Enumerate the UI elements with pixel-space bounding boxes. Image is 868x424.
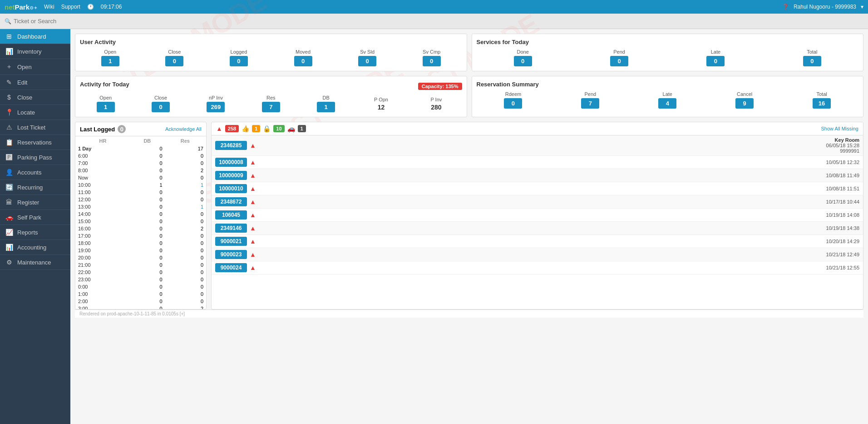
sidebar-item-register[interactable]: 🏛 Register	[0, 195, 70, 210]
res-cell: 0	[165, 153, 205, 159]
sidebar-item-self-park[interactable]: 🚗 Self Park	[0, 210, 70, 225]
stat-svsld: Sv Sld0	[337, 49, 398, 66]
res-cell: 2	[165, 225, 205, 232]
sidebar-item-reservations[interactable]: 📋 Reservations	[0, 135, 70, 150]
user-activity-title: User Activity	[80, 39, 462, 45]
col-hr: HR	[76, 137, 129, 145]
ticket-button[interactable]: 9000023	[215, 250, 247, 259]
svc-pend: Pend0	[573, 49, 666, 66]
sidebar-item-accounting[interactable]: 📊 Accounting	[0, 240, 70, 255]
res-cell: 0	[165, 284, 205, 290]
list-item: 10000008 ▲ 10/05/18 12:32	[212, 156, 863, 169]
sidebar-item-maintenance[interactable]: ⚙ Maintenance	[0, 255, 70, 270]
clock-icon: 🕐	[87, 4, 94, 10]
res-cell: 0	[165, 160, 205, 166]
hr-cell: 15:00	[76, 218, 129, 224]
alert-date: 10/21/18 12:55	[259, 265, 859, 270]
res-cell: 0	[165, 254, 205, 261]
sidebar-item-reports[interactable]: 📈 Reports	[0, 225, 70, 240]
act-npinv: nP Inv269	[190, 95, 242, 112]
ticket-button[interactable]: 10000010	[215, 184, 247, 193]
hr-cell: 1:00	[76, 291, 129, 297]
ticket-button[interactable]: 10000008	[215, 158, 247, 167]
user-activity-stats: Open1 Close0 Logged0 Moved0 Sv Sld0 Sv C…	[80, 49, 462, 66]
hr-cell: 23:00	[76, 276, 129, 283]
sidebar-item-edit[interactable]: ✎ Edit	[0, 75, 70, 90]
alerts-header: ▲ 258 👍 1 🔒 10 🚗 1 Show All Missing	[212, 122, 863, 135]
footer: Rendered on prod-apache-10-1-11-85 in 0.…	[75, 309, 863, 318]
res-cell: 1	[165, 182, 205, 188]
ticket-button[interactable]: 2348672	[215, 197, 247, 206]
alert-orange-badge: 1	[252, 125, 260, 132]
wiki-link[interactable]: Wiki	[44, 4, 54, 10]
capacity-badge: Capacity: 135%	[418, 83, 462, 90]
sidebar-item-accounts[interactable]: 👤 Accounts	[0, 165, 70, 180]
db-cell: 0	[130, 262, 164, 268]
services-today-card: Services for Today Done0 Pend0 Late0 Tot…	[472, 34, 864, 71]
db-cell: 0	[130, 225, 164, 232]
alert-warning-icon: ▲	[250, 224, 256, 232]
alert-green-badge: 10	[273, 125, 284, 132]
alert-info: 10/08/18 11:49	[259, 173, 859, 178]
list-item: 2346285 ▲ Key Room 06/05/18 15:28 999999…	[212, 135, 863, 156]
ticket-button[interactable]: 9000021	[215, 237, 247, 246]
res-cell: 0	[165, 240, 205, 246]
svc-late: Late0	[669, 49, 762, 66]
footer-text: Rendered on prod-apache-10-1-11-85 in 0.…	[79, 311, 185, 316]
db-cell: 0	[130, 218, 164, 224]
res-cell: 17	[165, 145, 205, 152]
search-input[interactable]	[14, 18, 86, 25]
sidebar-item-inventory[interactable]: 📊 Inventory	[0, 44, 70, 59]
support-link[interactable]: Support	[61, 4, 80, 10]
sidebar-item-close[interactable]: $ Close	[0, 90, 70, 105]
alert-date: 10/19/18 14:08	[259, 212, 859, 218]
res-rdeem: Rdeem0	[477, 91, 550, 109]
sidebar-item-locate[interactable]: 📍 Locate	[0, 105, 70, 120]
acknowledge-all-button[interactable]: Acknowledge All	[165, 126, 202, 132]
sidebar-item-lost-ticket[interactable]: ⚠ Lost Ticket	[0, 120, 70, 135]
second-cards-row: Activity for Today Capacity: 135% Open1 …	[75, 76, 863, 117]
alert-warning-icon: ▲	[250, 251, 256, 258]
table-row: Now 0 0	[76, 175, 205, 181]
stat-svcmp: Sv Cmp0	[401, 49, 462, 66]
db-cell: 0	[130, 145, 164, 152]
ticket-button[interactable]: 106045	[215, 210, 247, 219]
db-cell: 0	[130, 269, 164, 275]
sidebar-item-dashboard[interactable]: ⊞ Dashboard	[0, 29, 70, 44]
main-content: TEST MODE TEST MODE TEST MODE TEST MODE …	[70, 29, 868, 424]
self-park-icon: 🚗	[5, 214, 14, 221]
alert-triangle-icon: ▲	[216, 125, 222, 132]
accounts-icon: 👤	[5, 169, 14, 176]
lost-ticket-icon: ⚠	[5, 124, 14, 131]
table-row: 0:00 0 0	[76, 284, 205, 290]
db-cell: 0	[130, 196, 164, 203]
ticket-button[interactable]: 2349146	[215, 224, 247, 233]
sidebar-item-recurring[interactable]: 🔄 Recurring	[0, 180, 70, 195]
ticket-button[interactable]: 10000009	[215, 171, 247, 180]
hr-cell: 10:00	[76, 182, 129, 188]
res-late: Late4	[631, 91, 704, 109]
sidebar-item-open[interactable]: ＋ Open	[0, 59, 70, 75]
table-row: 8:00 0 2	[76, 167, 205, 174]
table-row: 14:00 0 0	[76, 211, 205, 217]
sidebar-item-label: Inventory	[17, 48, 41, 55]
chevron-down-icon: ▾	[861, 4, 863, 10]
logged-scroll: HR DB Res 1 Day 0 17 6:00 0 0 7:00 0 0 8…	[75, 136, 206, 309]
table-row: 6:00 0 0	[76, 153, 205, 159]
ticket-button[interactable]: 2346285	[215, 141, 247, 150]
table-row: 16:00 0 2	[76, 225, 205, 232]
alert-warning-icon: ▲	[250, 211, 256, 219]
res-cell: 0	[165, 233, 205, 239]
ticket-button[interactable]: 9000024	[215, 263, 247, 272]
table-row: 23:00 0 0	[76, 276, 205, 283]
sidebar-item-parking-pass[interactable]: 🅿 Parking Pass	[0, 150, 70, 165]
activity-today-card: Activity for Today Capacity: 135% Open1 …	[75, 76, 467, 117]
table-row: 11:00 0 0	[76, 189, 205, 195]
activity-today-title: Activity for Today	[80, 81, 129, 88]
dashboard-icon: ⊞	[5, 33, 14, 40]
res-cell: 0	[165, 189, 205, 195]
table-row: 10:00 1 1	[76, 182, 205, 188]
logged-header: Last Logged 0 Acknowledge All	[75, 122, 206, 136]
help-icon[interactable]: ❓	[782, 4, 789, 10]
show-all-missing-button[interactable]: Show All Missing	[821, 126, 858, 131]
